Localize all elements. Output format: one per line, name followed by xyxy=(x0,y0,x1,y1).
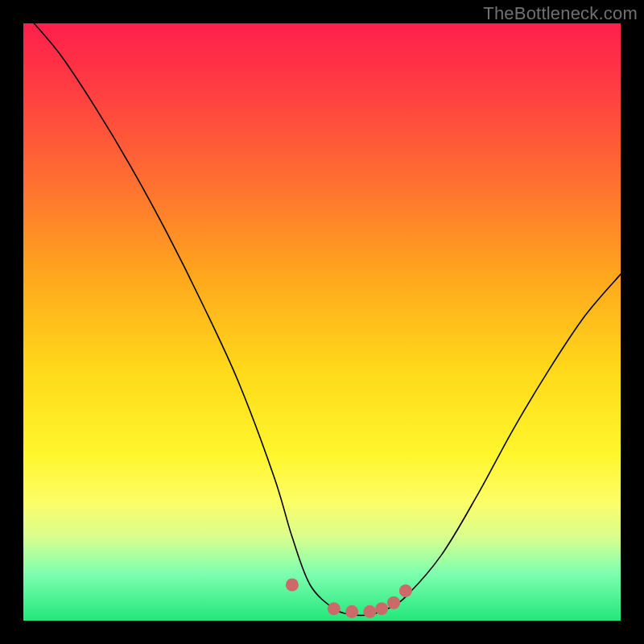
bottom-marker xyxy=(387,597,400,609)
chart-frame: TheBottleneck.com xyxy=(0,0,644,644)
bottom-marker xyxy=(286,578,299,591)
bottom-marker-group xyxy=(286,578,412,617)
bottom-marker xyxy=(328,602,341,615)
bottom-marker xyxy=(375,602,388,615)
plot-area xyxy=(23,23,621,621)
curve-layer xyxy=(23,23,621,621)
bottom-marker xyxy=(363,605,376,618)
watermark-text: TheBottleneck.com xyxy=(483,3,638,24)
bottom-marker xyxy=(399,584,412,597)
bottleneck-curve xyxy=(23,11,621,615)
bottom-marker xyxy=(345,605,358,618)
